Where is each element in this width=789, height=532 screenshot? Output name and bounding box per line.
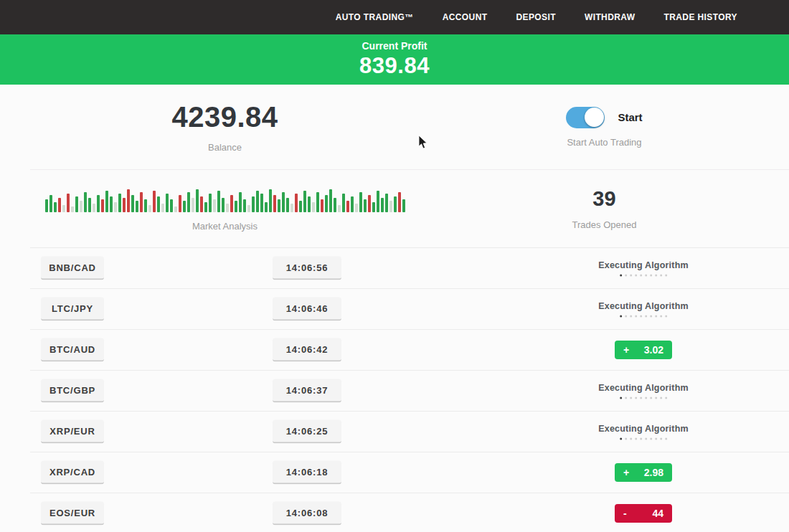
chart-bar xyxy=(123,198,126,212)
trade-time-chip: 14:06:37 xyxy=(273,379,341,403)
chart-bar xyxy=(84,192,87,212)
chart-bar xyxy=(316,192,319,212)
chart-bar xyxy=(136,201,138,212)
chart-bar xyxy=(131,195,134,212)
badge-value: 2.98 xyxy=(644,467,663,478)
trades-opened-label: Trades Opened xyxy=(572,219,637,230)
chart-bar xyxy=(170,199,173,212)
progress-dot xyxy=(660,397,662,399)
progress-dot xyxy=(645,438,647,440)
nav-item-withdraw[interactable]: WITHDRAW xyxy=(585,12,636,22)
chart-bar xyxy=(321,199,323,212)
progress-dot xyxy=(660,315,662,318)
chart-bar xyxy=(389,201,392,212)
trade-time-chip: 14:06:42 xyxy=(273,338,341,362)
current-profit-value: 839.84 xyxy=(359,53,430,79)
chart-bar xyxy=(127,189,130,212)
trade-status: Executing Algorithm xyxy=(598,424,689,440)
progress-dot xyxy=(630,315,632,318)
trade-pair-chip: BTC/GBP xyxy=(41,379,104,403)
chart-bar xyxy=(110,196,113,212)
executing-algorithm-label: Executing Algorithm xyxy=(598,383,689,393)
chart-bar xyxy=(372,202,375,212)
auto-trading-label: Start Auto Trading xyxy=(567,137,641,148)
chart-bar xyxy=(342,194,345,212)
table-row: XRP/EUR14:06:25Executing Algorithm xyxy=(30,411,789,452)
chart-bar xyxy=(334,198,336,212)
chart-bar xyxy=(140,192,143,212)
progress-dot xyxy=(660,275,662,277)
chart-bar xyxy=(235,201,237,212)
chart-bar xyxy=(75,196,78,212)
auto-trading-toggle[interactable] xyxy=(566,107,605,128)
balance-label: Balance xyxy=(208,142,242,153)
executing-algorithm-label: Executing Algorithm xyxy=(598,301,689,311)
chart-bar xyxy=(381,198,384,212)
balance-cell: 4239.84 Balance xyxy=(30,85,420,169)
chart-bar xyxy=(325,195,328,212)
table-row: EOS/EUR14:06:08-44 xyxy=(30,493,789,532)
chart-bar xyxy=(183,201,186,212)
chart-bar xyxy=(308,196,311,212)
chart-bar xyxy=(200,196,203,212)
chart-bar xyxy=(359,192,362,212)
progress-dots xyxy=(620,315,667,318)
toggle-label: Start xyxy=(618,111,642,123)
chart-bar xyxy=(49,195,52,212)
balance-value: 4239.84 xyxy=(171,101,278,133)
progress-dot xyxy=(645,397,647,399)
nav-item-account[interactable]: ACCOUNT xyxy=(443,12,488,22)
chart-bar xyxy=(230,195,233,212)
chart-bar xyxy=(114,202,117,212)
nav-item-auto-trading[interactable]: AUTO TRADING™ xyxy=(336,12,414,22)
trade-status: +3.02 xyxy=(615,341,672,359)
progress-dot xyxy=(650,438,652,440)
nav-item-deposit[interactable]: DEPOSIT xyxy=(516,12,555,22)
trade-time-chip: 14:06:56 xyxy=(273,257,341,280)
trade-status: Executing Algorithm xyxy=(598,260,689,277)
chart-bar xyxy=(97,195,100,212)
progress-dot xyxy=(620,315,622,318)
badge-sign: + xyxy=(623,467,629,478)
trade-time-chip: 14:06:18 xyxy=(273,461,341,485)
executing-algorithm-label: Executing Algorithm xyxy=(598,260,689,270)
progress-dot xyxy=(635,315,637,318)
chart-bar xyxy=(351,196,354,212)
progress-dot xyxy=(665,275,667,277)
market-analysis-label: Market Analysis xyxy=(192,221,258,232)
chart-bar xyxy=(93,204,95,212)
chart-bar xyxy=(295,194,298,212)
progress-dot xyxy=(650,315,652,318)
badge-value: 3.02 xyxy=(644,344,663,356)
progress-dot xyxy=(625,275,627,277)
trade-status: -44 xyxy=(615,504,672,523)
progress-dot xyxy=(630,397,632,399)
trade-time-chip: 14:06:46 xyxy=(273,298,341,321)
trades-opened-cell: 39 Trades Opened xyxy=(420,170,789,247)
chart-bar xyxy=(80,201,82,212)
chart-bar xyxy=(213,199,216,212)
progress-dot xyxy=(650,397,652,399)
badge-sign: - xyxy=(623,508,627,519)
progress-dot xyxy=(635,275,637,277)
toggle-knob xyxy=(585,108,604,127)
table-row: BTC/GBP14:06:37Executing Algorithm xyxy=(30,370,789,411)
trades-list: BNB/CAD14:06:56Executing AlgorithmLTC/JP… xyxy=(30,247,789,532)
progress-dot xyxy=(655,275,657,277)
progress-dot xyxy=(635,397,637,399)
chart-bar xyxy=(153,191,156,212)
progress-dot xyxy=(665,438,667,440)
chart-bar xyxy=(329,189,332,212)
progress-dots xyxy=(620,438,667,440)
chart-bar xyxy=(346,201,349,212)
trade-pair-chip: LTC/JPY xyxy=(41,298,104,321)
trade-pair-chip: BTC/AUD xyxy=(41,338,104,362)
nav-item-trade-history[interactable]: TRADE HISTORY xyxy=(663,12,737,22)
chart-bar xyxy=(45,199,48,212)
progress-dot xyxy=(625,397,627,399)
trade-time-chip: 14:06:25 xyxy=(273,420,341,444)
auto-trading-cell: Start Start Auto Trading xyxy=(420,85,789,169)
progress-dot xyxy=(620,275,622,277)
progress-dot xyxy=(655,315,657,318)
progress-dot xyxy=(655,438,657,440)
